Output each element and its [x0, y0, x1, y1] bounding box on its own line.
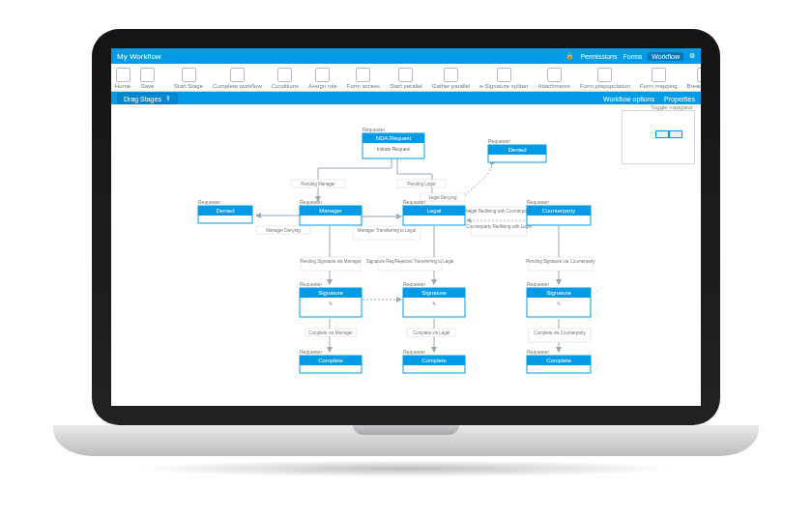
svg-text:Denied: Denied — [508, 147, 526, 153]
svg-text:Requester: Requester — [300, 199, 322, 205]
svg-text:Requester: Requester — [362, 127, 385, 132]
drag-stages-label: Drag Stages — [124, 96, 161, 102]
toolbar-start-parallel[interactable]: Start parallel — [390, 68, 422, 89]
svg-text:Signature: Signature — [318, 290, 343, 296]
toolbar-assign-role[interactable]: Assign role — [308, 68, 337, 89]
svg-text:Complete: Complete — [421, 358, 447, 363]
stage-nda[interactable]: RequesterNDA RequestInitiate Request — [362, 127, 424, 158]
stage-sig2[interactable]: RequesterSignature✎ — [403, 281, 465, 317]
breadcrumbs-icon — [697, 68, 701, 82]
form-prepopulation-label: Form prepopulation — [580, 83, 630, 89]
stage-comp2[interactable]: RequesterComplete — [403, 349, 465, 373]
conditions-label: Conditions — [272, 83, 299, 89]
svg-text:Requester: Requester — [198, 199, 220, 205]
svg-text:Complete: Complete — [318, 358, 343, 363]
attachments-label: Attachments — [538, 83, 570, 89]
properties-link[interactable]: Properties — [664, 96, 695, 102]
stage-sig1[interactable]: RequesterSignature✎ — [300, 281, 362, 317]
title-bar: My Workflow 🔒 Permissions Forms Workflow… — [111, 48, 701, 64]
edge-label-3: Manager Denying — [266, 228, 301, 233]
esignature-splitter-icon — [497, 68, 511, 82]
stage-legal[interactable]: RequesterLegal — [403, 199, 465, 225]
settings-icon[interactable]: ⚙ — [689, 52, 695, 60]
edge-label-9: Pending Signature via Counterparty — [526, 259, 595, 264]
save-icon — [140, 68, 155, 82]
esignature-splitter-label: e-Signature splitter — [479, 83, 528, 89]
lock-icon: 🔒 — [566, 52, 574, 60]
svg-text:Requester: Requester — [403, 281, 425, 287]
start-parallel-label: Start parallel — [390, 83, 422, 89]
toolbar-form-mapping[interactable]: Form mapping — [640, 68, 678, 89]
toolbar-esignature-splitter[interactable]: e-Signature splitter — [479, 68, 528, 89]
form-prepopulation-icon — [597, 68, 612, 82]
toolbar-home[interactable]: Home — [115, 68, 130, 89]
edge-label-0: Pending Manager — [301, 182, 335, 187]
edge-label-7: Pending Signature via Manager — [300, 259, 362, 264]
toolbar-start-stage[interactable]: Start Stage — [174, 68, 203, 89]
assign-role-icon — [315, 68, 330, 82]
svg-text:Manager: Manager — [319, 208, 342, 214]
gather-parallel-label: Gather parallel — [432, 83, 470, 89]
edge-label-12: Complete via Counterparty — [534, 330, 586, 335]
start-parallel-icon — [398, 68, 413, 82]
edge-label-5: Legal Redlining with Counterparty — [466, 209, 532, 214]
complete-workflow-icon — [230, 68, 245, 82]
svg-text:NDA Request: NDA Request — [376, 135, 412, 141]
edge-label-10: Complete via Manager — [308, 330, 353, 335]
workflow-options-link[interactable]: Workflow options — [603, 96, 654, 102]
svg-text:Complete: Complete — [546, 358, 571, 363]
toolbar-attachments[interactable]: Attachments — [538, 68, 570, 89]
svg-text:Requester: Requester — [527, 199, 549, 205]
options-bar: Drag Stages ⇪ Workflow options Propertie… — [111, 92, 701, 105]
svg-text:Initiate Request: Initiate Request — [377, 146, 411, 152]
edge-label-1: Pending Legal — [408, 182, 436, 187]
complete-workflow-label: Complete workflow — [213, 83, 262, 89]
laptop-notch — [353, 425, 459, 435]
toolbar: HomeSaveStart StageComplete workflowCond… — [111, 64, 701, 92]
svg-text:Denied: Denied — [216, 208, 234, 214]
stage-manager[interactable]: RequesterManager — [300, 199, 362, 225]
toolbar-form-prepopulation[interactable]: Form prepopulation — [580, 68, 630, 89]
toolbar-breadcrumbs[interactable]: Breadcrumbs — [687, 68, 701, 89]
stage-comp1[interactable]: RequesterComplete — [300, 349, 362, 373]
toolbar-save[interactable]: Save — [140, 68, 155, 89]
start-stage-icon — [182, 68, 196, 82]
workflow-pill[interactable]: Workflow — [648, 52, 683, 61]
svg-text:Legal: Legal — [427, 208, 442, 214]
toolbar-form-access[interactable]: Form access — [347, 68, 380, 89]
drag-stages-chip[interactable]: Drag Stages ⇪ — [117, 93, 178, 104]
svg-text:✎: ✎ — [432, 301, 436, 306]
laptop-shadow — [135, 460, 677, 477]
stage-comp3[interactable]: RequesterComplete — [527, 349, 591, 373]
stage-counterparty[interactable]: RequesterCounterparty — [527, 199, 591, 225]
home-label: Home — [115, 83, 130, 89]
form-access-label: Form access — [347, 83, 380, 89]
stage-sig3[interactable]: RequesterSignature✎ — [527, 281, 591, 317]
svg-text:Requester: Requester — [403, 349, 425, 355]
toolbar-gather-parallel[interactable]: Gather parallel — [432, 68, 470, 89]
svg-text:Requester: Requester — [300, 349, 322, 355]
stage-denied-top[interactable]: RequesterDenied — [488, 138, 546, 162]
toolbar-conditions[interactable]: Conditions — [272, 68, 299, 89]
workflow-title: My Workflow — [117, 52, 161, 61]
svg-text:Requester: Requester — [527, 281, 549, 287]
svg-text:✎: ✎ — [557, 301, 561, 306]
edge-label-4: Manager Transferring to Legal — [358, 228, 416, 233]
svg-text:Signature: Signature — [421, 290, 447, 296]
drag-icon: ⇪ — [165, 95, 171, 102]
svg-text:Requester: Requester — [300, 281, 322, 287]
gather-parallel-icon — [444, 68, 458, 82]
conditions-icon — [277, 68, 292, 82]
workflow-canvas[interactable]: Toggle navigator Pending ManagerPending … — [111, 104, 701, 406]
permissions-link[interactable]: Permissions — [580, 53, 617, 60]
form-mapping-label: Form mapping — [640, 83, 678, 89]
edge-label-8: Signature Req/Rejected Transferring to L… — [366, 259, 453, 264]
stage-denied-left[interactable]: RequesterDenied — [198, 199, 252, 223]
start-stage-label: Start Stage — [174, 83, 203, 89]
svg-text:Requester: Requester — [403, 199, 425, 205]
edge-label-11: Complete via Legal — [413, 330, 450, 335]
toolbar-complete-workflow[interactable]: Complete workflow — [213, 68, 262, 89]
save-label: Save — [141, 83, 155, 89]
forms-link[interactable]: Forms — [624, 53, 643, 60]
svg-text:✎: ✎ — [329, 301, 333, 306]
